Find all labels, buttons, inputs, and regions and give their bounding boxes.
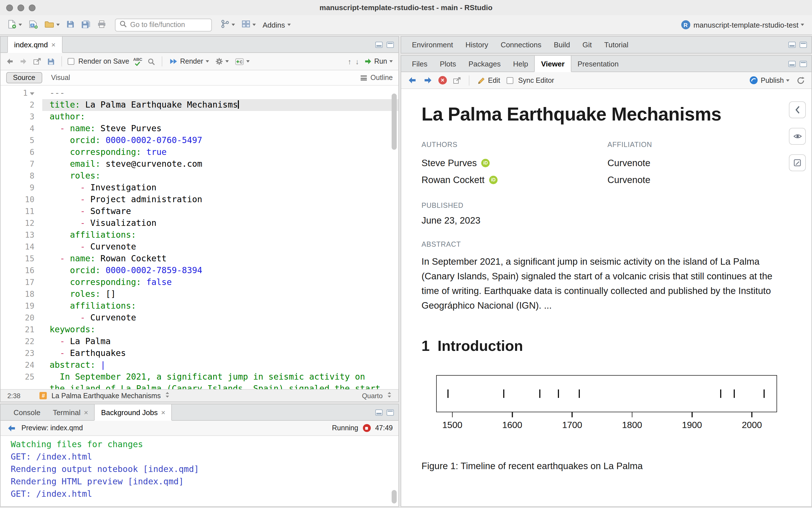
source-mode-button[interactable]: Source xyxy=(6,72,42,83)
code-line[interactable]: 24abstract: | xyxy=(1,359,398,371)
code-line[interactable]: 23 - Earthquakes xyxy=(1,347,398,359)
code-line[interactable]: 3author: xyxy=(1,111,398,123)
addins-button[interactable]: Addins xyxy=(260,17,293,32)
tab-terminal[interactable]: Terminal× xyxy=(46,405,94,420)
find-replace-icon[interactable] xyxy=(146,58,156,65)
code-line[interactable]: 14 - Curvenote xyxy=(1,241,398,253)
settings-button[interactable] xyxy=(214,57,230,65)
sync-editor-checkbox[interactable] xyxy=(506,77,513,84)
tab-packages[interactable]: Packages xyxy=(462,56,507,72)
collapse-sidebar-button[interactable] xyxy=(789,101,806,118)
notes-icon[interactable] xyxy=(789,154,806,171)
minimize-window-button[interactable] xyxy=(17,4,24,11)
insert-chunk-button[interactable]: C xyxy=(234,58,250,65)
code-line[interactable]: 2title: La Palma Earthquake Mechanisms xyxy=(1,99,398,111)
save-document-button[interactable] xyxy=(46,58,56,65)
stop-job-button[interactable] xyxy=(363,424,370,432)
viewer-popout-button[interactable] xyxy=(452,77,462,84)
tab-plots[interactable]: Plots xyxy=(434,56,462,72)
render-on-save-checkbox[interactable] xyxy=(68,58,74,65)
save-all-button[interactable] xyxy=(79,17,93,32)
viewer-forward-button[interactable] xyxy=(422,77,433,84)
print-button[interactable] xyxy=(95,17,108,32)
tab-background-jobs[interactable]: Background Jobs× xyxy=(94,405,172,421)
open-in-new-window-button[interactable] xyxy=(32,58,42,65)
code-line[interactable]: 20 - Curvenote xyxy=(1,312,398,324)
code-line[interactable]: 9 - Investigation xyxy=(1,182,398,194)
forward-button[interactable] xyxy=(18,58,28,65)
code-line[interactable]: 19 affiliations: xyxy=(1,300,398,312)
code-line[interactable]: 5 orcid: 0000-0002-0760-5497 xyxy=(1,135,398,146)
tab-help[interactable]: Help xyxy=(507,56,534,72)
workspace-panes-button[interactable] xyxy=(240,17,258,32)
maximize-pane-icon[interactable] xyxy=(387,41,394,48)
code-line[interactable]: 8 roles: xyxy=(1,170,398,182)
new-file-button[interactable] xyxy=(6,17,24,32)
tab-build[interactable]: Build xyxy=(547,37,576,53)
reader-view-icon[interactable] xyxy=(789,128,806,145)
tab-files[interactable]: Files xyxy=(406,56,434,72)
code-line[interactable]: 16 orcid: 0000-0002-7859-8394 xyxy=(1,265,398,277)
tab-tutorial[interactable]: Tutorial xyxy=(598,37,635,53)
maximize-pane-icon[interactable] xyxy=(800,60,807,67)
code-line[interactable]: 10 - Project administration xyxy=(1,194,398,206)
language-mode-selector[interactable]: Quarto xyxy=(362,392,382,399)
code-line[interactable]: the island of La Palma (Canary Islands, … xyxy=(1,383,398,389)
code-line[interactable]: 21keywords: xyxy=(1,324,398,336)
orcid-icon[interactable]: iD xyxy=(481,159,490,167)
visual-mode-button[interactable]: Visual xyxy=(46,73,75,83)
go-to-file-input[interactable]: Go to file/function xyxy=(115,18,212,31)
code-line[interactable]: 22 - La Palma xyxy=(1,336,398,347)
run-button[interactable]: Run xyxy=(363,57,394,65)
fold-icon[interactable] xyxy=(30,92,34,95)
close-tab-icon[interactable]: × xyxy=(161,409,165,416)
close-tab-icon[interactable]: × xyxy=(51,41,55,48)
code-line[interactable]: 25 In September 2021, a significant jump… xyxy=(1,371,398,383)
refresh-icon[interactable] xyxy=(796,76,806,84)
code-line[interactable]: 17 corresponding: false xyxy=(1,277,398,288)
editor-tab-index-qmd[interactable]: index.qmd × xyxy=(7,37,62,53)
tab-git[interactable]: Git xyxy=(576,37,598,53)
jobs-back-button[interactable] xyxy=(6,424,17,432)
code-line[interactable]: 18 roles: [] xyxy=(1,288,398,300)
spellcheck-icon[interactable]: ABC xyxy=(133,57,143,66)
symbol-selector[interactable]: La Palma Earthquake Mechanisms xyxy=(51,392,161,399)
editor-scrollbar[interactable] xyxy=(392,93,397,150)
new-project-button[interactable]: R xyxy=(27,17,40,32)
updown-icon[interactable] xyxy=(387,391,392,400)
project-menu-button[interactable]: R manuscript-template-rstudio-test xyxy=(679,17,806,32)
updown-icon[interactable] xyxy=(165,391,170,400)
code-line[interactable]: 12 - Visualization xyxy=(1,217,398,229)
minimize-pane-icon[interactable] xyxy=(375,41,382,48)
code-line[interactable]: 15 - name: Rowan Cockett xyxy=(1,253,398,265)
back-button[interactable] xyxy=(5,58,15,65)
tab-viewer[interactable]: Viewer xyxy=(534,56,571,72)
console-output[interactable]: Watching files for changesGET: /index.ht… xyxy=(1,436,398,506)
maximize-pane-icon[interactable] xyxy=(800,42,807,48)
previous-section-icon[interactable]: ↑ xyxy=(348,57,351,66)
code-line[interactable]: 7 email: steve@curvenote.com xyxy=(1,158,398,170)
render-button[interactable]: Render xyxy=(168,57,210,65)
code-line[interactable]: 4 - name: Steve Purves xyxy=(1,123,398,135)
code-line[interactable]: 13 affiliations: xyxy=(1,229,398,241)
close-tab-icon[interactable]: × xyxy=(84,409,88,416)
tab-connections[interactable]: Connections xyxy=(494,37,548,53)
tab-environment[interactable]: Environment xyxy=(406,37,459,53)
open-file-button[interactable] xyxy=(42,17,62,32)
tab-console[interactable]: Console xyxy=(7,405,46,420)
code-line[interactable]: 11 - Software xyxy=(1,206,398,217)
clear-viewer-button[interactable]: × xyxy=(438,76,447,84)
console-scrollbar[interactable] xyxy=(392,490,397,504)
outline-toggle[interactable]: Outline xyxy=(361,74,393,82)
minimize-pane-icon[interactable] xyxy=(788,42,796,48)
tab-history[interactable]: History xyxy=(459,37,494,53)
edit-button[interactable]: Edit xyxy=(476,76,501,84)
version-control-button[interactable] xyxy=(219,17,237,32)
orcid-icon[interactable]: iD xyxy=(489,175,497,184)
tab-presentation[interactable]: Presentation xyxy=(571,56,625,72)
viewer-back-button[interactable] xyxy=(407,77,417,84)
publish-button[interactable]: Publish xyxy=(748,76,790,84)
close-window-button[interactable] xyxy=(6,4,13,11)
maximize-pane-icon[interactable] xyxy=(387,409,394,415)
save-button[interactable] xyxy=(64,17,77,32)
